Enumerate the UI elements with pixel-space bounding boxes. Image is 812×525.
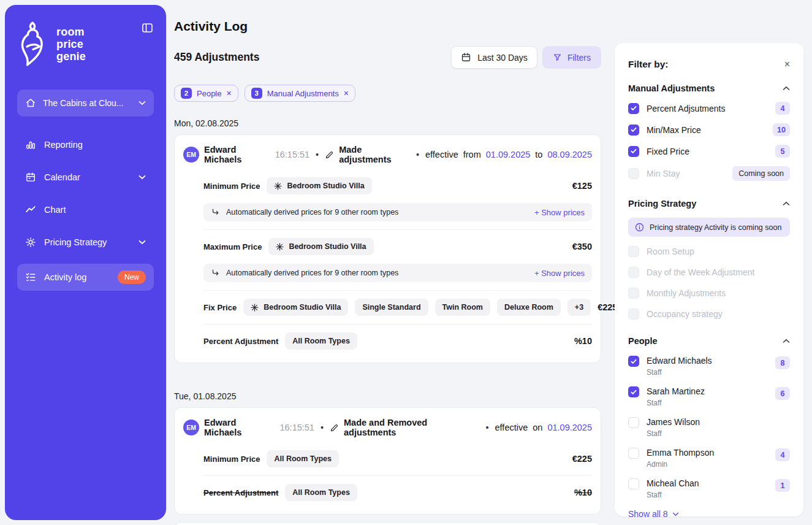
sidebar-collapse-icon[interactable] [142, 23, 153, 33]
sidebar-item-label: Pricing Strategy [44, 237, 107, 247]
person-role: Staff [647, 368, 712, 377]
room-type-pill: Bedroom Studio Villa [268, 238, 373, 255]
person-name: Edward Michaels [647, 356, 712, 366]
close-icon[interactable]: × [226, 89, 231, 98]
show-prices-link[interactable]: + Show prices [534, 269, 585, 278]
filter-option: Percent Adjsutments 4 [628, 102, 790, 115]
calendar-icon [461, 52, 471, 63]
derived-prices-row: Automatically derived prices for 9 other… [203, 264, 592, 282]
sidebar-item-pricing-strategy[interactable]: Pricing Strategy [17, 231, 154, 253]
filter-chip-people[interactable]: 2 People × [174, 85, 238, 102]
checkbox-checked[interactable] [628, 386, 639, 397]
section-pricing-strategy[interactable]: Pricing Strategy [628, 199, 790, 209]
adjustment-type: Minimum Price [203, 454, 260, 464]
person-name: Emma Thompson [647, 448, 714, 458]
checkbox-checked[interactable] [628, 356, 639, 367]
entry-action: Made adjustments [339, 145, 410, 164]
checkbox-unchecked[interactable] [628, 448, 639, 459]
option-label: Day of the Week Adjustment [647, 267, 754, 277]
date-range-button[interactable]: Last 30 Days [451, 46, 537, 69]
subheader: 459 Adjustments Last 30 Days [174, 46, 601, 69]
page-title: Activity Log [174, 19, 601, 34]
person-name: Sarah Martinez [647, 386, 705, 396]
effective-label: effective [495, 423, 528, 432]
room-type-pill: Bedroom Studio Villa [267, 177, 371, 194]
filter-option-disabled: Day of the Week Adjustment [628, 266, 790, 278]
show-all-link[interactable]: Show all 8 [628, 509, 790, 519]
adjustment-type: Maximum Price [203, 242, 262, 251]
user-name: Edward Michaels [204, 145, 270, 164]
sidebar-item-reporting[interactable]: Reporting [17, 134, 154, 156]
option-label: Room Setup [647, 247, 694, 256]
checkbox-checked[interactable] [628, 103, 639, 114]
sidebar-item-label: Calendar [44, 172, 80, 182]
coming-soon-notice: Pricing strategy Activity is coming soon [628, 218, 790, 237]
info-icon [635, 223, 644, 232]
close-icon[interactable]: × [344, 89, 349, 98]
adjustment-type: Percent Adjustment [203, 488, 278, 497]
entry-time: 16:15:51 [275, 150, 309, 159]
derived-prices-row: Automatically derived prices for 9 other… [203, 203, 592, 221]
effective-from-date: 01.09.2025 [486, 150, 531, 159]
adjustment-value: %10 [574, 488, 592, 497]
avatar: EM [183, 147, 199, 163]
dot-separator: • [314, 150, 320, 159]
person-filter: Sarah Martinez Staff 6 [628, 386, 790, 407]
more-rooms-pill: +3 [567, 299, 591, 316]
sidebar-item-chart[interactable]: Chart [17, 199, 154, 221]
chevron-up-icon [783, 339, 790, 343]
activity-card: EM Edward Michaels 16:15:51 • Made adjus… [174, 134, 601, 363]
chevron-up-icon [783, 201, 790, 206]
adjustment-value: %10 [574, 336, 592, 346]
option-label: Min Stay [647, 169, 680, 178]
filter-chip-manual-adjustments[interactable]: 3 Manual Adjustments × [245, 85, 355, 102]
checkbox-checked[interactable] [628, 125, 639, 136]
derived-text: Automatically derived prices for 9 other… [226, 208, 398, 217]
coming-soon-badge: Coming soon [732, 166, 790, 181]
count-badge: 5 [775, 145, 790, 158]
checkbox-unchecked[interactable] [628, 417, 639, 428]
chip-count: 2 [181, 88, 192, 99]
close-icon[interactable]: × [784, 59, 790, 69]
dot-separator: • [415, 150, 420, 159]
person-role: Staff [647, 399, 705, 407]
activity-card: EM Edward Michaels 16:15:51 • Made adjus… [174, 522, 601, 525]
sparkle-icon [276, 243, 284, 251]
option-label: Percent Adjsutments [647, 104, 725, 113]
adjustment-type: Percent Adjustment [203, 337, 278, 346]
filter-option-disabled: Occupancy strategy [628, 308, 790, 320]
checkbox-disabled [628, 246, 639, 257]
prep-from: from [463, 150, 481, 159]
checkbox-checked[interactable] [628, 146, 639, 157]
sidebar-nav: Reporting Calendar Chart [17, 134, 154, 291]
count-badge: 1 [775, 479, 790, 492]
section-people[interactable]: People [628, 336, 790, 346]
show-prices-link[interactable]: + Show prices [534, 208, 585, 217]
gear-icon [25, 237, 36, 248]
adjustment-type: Minimum Price [203, 182, 260, 191]
count-badge: 10 [773, 123, 790, 136]
adjustment-row: Minimum Price Bedroom Studio Villa €125 [203, 169, 592, 202]
adjustment-row-removed: Percent Adjustment All Room Types %10 [203, 476, 592, 509]
new-badge: New [118, 270, 146, 284]
adjustment-value: €125 [572, 181, 592, 191]
count-badge: 4 [775, 448, 790, 461]
adjustment-value: €225 [572, 454, 592, 464]
filter-option: Min/Max Price 10 [628, 123, 790, 136]
sidebar-item-activity-log[interactable]: Activity log New [17, 264, 154, 291]
checkbox-disabled [628, 168, 639, 179]
chevron-down-icon [672, 512, 679, 516]
sidebar-item-calendar[interactable]: Calendar [17, 166, 154, 188]
sidebar-item-label: Chart [44, 205, 66, 215]
section-manual-adjustments[interactable]: Manual Adjustments [628, 83, 790, 93]
chip-count: 3 [251, 88, 262, 99]
list-check-icon [25, 272, 36, 283]
filters-button[interactable]: Filters [542, 46, 601, 69]
property-selector[interactable]: The Cabins at Clou... [17, 90, 154, 117]
checkbox-unchecked[interactable] [628, 478, 639, 489]
adjustment-rows: Minimum Price All Room Types €225 Percen… [203, 442, 592, 509]
derived-arrow-icon [211, 208, 219, 217]
derived-arrow-icon [211, 269, 219, 277]
effective-label: effective [425, 150, 458, 159]
effective-to-date: 08.09.2025 [547, 150, 592, 159]
